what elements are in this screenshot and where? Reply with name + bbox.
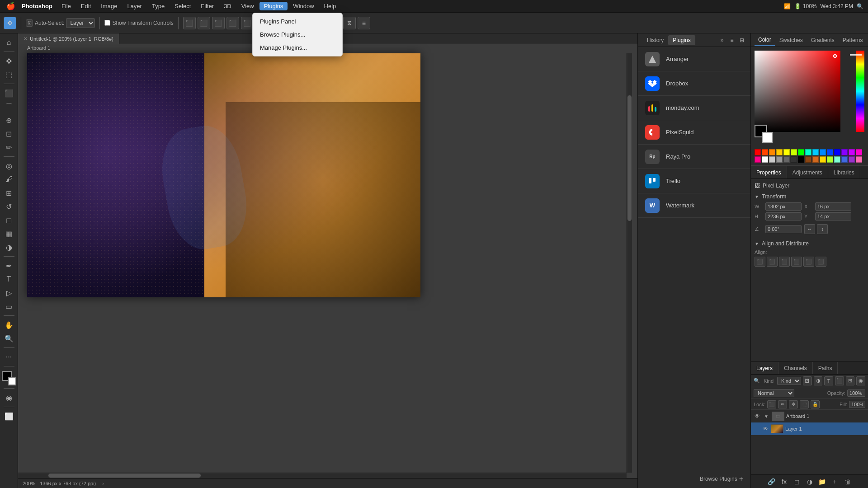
dropdown-overlay[interactable]: Plugins Panel Browse Plugins... Manage P…: [0, 0, 868, 488]
plugins-dropdown: Plugins Panel Browse Plugins... Manage P…: [252, 13, 343, 56]
browse-plugins-item[interactable]: Browse Plugins...: [253, 28, 342, 41]
plugins-panel-item[interactable]: Plugins Panel: [253, 15, 342, 28]
manage-plugins-item[interactable]: Manage Plugins...: [253, 41, 342, 54]
